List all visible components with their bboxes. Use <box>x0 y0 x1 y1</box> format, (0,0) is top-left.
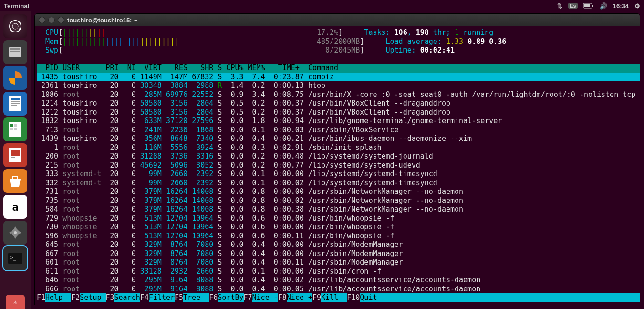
process-row[interactable]: 611 root 20 0 33128 2932 2660 S 0.0 0.1 … <box>37 267 640 276</box>
svg-point-26 <box>14 231 17 234</box>
calc-icon[interactable] <box>3 117 27 141</box>
svg-rect-1 <box>584 4 590 7</box>
process-row[interactable]: 713 root 20 0 241M 2236 1868 S 0.0 0.1 0… <box>37 126 640 135</box>
process-row-selected[interactable]: 1435 toushiro 20 0 1149M 147M 67832 S 3.… <box>37 73 640 82</box>
svg-rect-24 <box>11 157 15 158</box>
svg-rect-16 <box>11 105 17 106</box>
settings-icon[interactable] <box>3 221 27 245</box>
svg-rect-21 <box>14 128 17 130</box>
menu-bar: Terminal ⇅ Es 🔊 16:34 ⚙ <box>0 0 644 11</box>
dash-icon[interactable] <box>3 14 27 38</box>
process-row[interactable]: 729 whoopsie 20 0 513M 12704 10964 S 0.0… <box>37 214 640 223</box>
svg-rect-19 <box>14 124 17 127</box>
svg-point-7 <box>10 28 11 30</box>
terminal-output[interactable]: CPU[|||||||||| 17.2%] Tasks: 106, 198 th… <box>35 26 640 305</box>
files-icon[interactable] <box>3 40 27 64</box>
svg-rect-2 <box>592 5 593 7</box>
svg-rect-14 <box>11 101 20 102</box>
unity-launcher: a >_ ⚠ <box>0 11 31 309</box>
svg-point-4 <box>12 23 18 29</box>
svg-point-3 <box>10 21 21 32</box>
process-row[interactable]: 645 root 20 0 329M 8764 7080 S 0.0 0.4 0… <box>37 240 640 249</box>
writer-icon[interactable] <box>3 92 27 116</box>
terminal-icon[interactable]: >_ <box>3 246 27 270</box>
minimize-icon[interactable] <box>48 17 55 23</box>
svg-rect-18 <box>10 124 13 127</box>
process-row[interactable]: 584 root 20 0 379M 16264 14008 S 0.0 0.8… <box>37 205 640 214</box>
process-row[interactable]: 1214 toushiro 20 0 50580 3156 2804 S 0.5… <box>37 99 640 108</box>
process-row[interactable]: 730 whoopsie 20 0 513M 12704 10964 S 0.0… <box>37 223 640 232</box>
process-row[interactable]: 1212 toushiro 20 0 50580 3156 2804 S 0.5… <box>37 108 640 117</box>
process-row[interactable]: 667 root 20 0 329M 8764 7080 S 0.0 0.4 0… <box>37 249 640 258</box>
svg-rect-20 <box>10 128 13 130</box>
process-row[interactable]: 200 root 20 0 31288 3736 3316 S 0.0 0.2 … <box>37 152 640 161</box>
process-row[interactable]: 215 root 20 0 45692 5096 3052 S 0.0 0.2 … <box>37 161 640 170</box>
process-row[interactable]: 601 root 20 0 329M 8764 7080 S 0.0 0.4 0… <box>37 258 640 267</box>
apport-icon[interactable]: ⚠ <box>6 295 25 309</box>
window-title: toushiro@toushiro15: ~ <box>67 17 137 24</box>
svg-rect-13 <box>11 98 20 100</box>
firefox-icon[interactable] <box>3 66 27 90</box>
app-title: Terminal <box>4 2 557 10</box>
close-icon[interactable] <box>39 17 45 23</box>
svg-rect-15 <box>11 103 20 104</box>
process-row[interactable]: 735 root 20 0 379M 16264 14008 S 0.0 0.8… <box>37 196 640 205</box>
maximize-icon[interactable] <box>58 17 64 23</box>
battery-icon[interactable] <box>583 3 594 9</box>
svg-point-6 <box>19 28 21 30</box>
column-headers[interactable]: PID USER PRI NI VIRT RES SHR S CPU% MEM%… <box>37 64 640 73</box>
process-row[interactable]: 1439 toushiro 20 0 356M 8648 7340 S 0.0 … <box>37 134 640 143</box>
process-row[interactable]: 596 whoopsie 20 0 513M 12704 10964 S 0.0… <box>37 232 640 241</box>
impress-icon[interactable] <box>3 143 27 167</box>
process-row[interactable]: 332 systemd-t 20 0 99M 2660 2392 S 0.0 0… <box>37 179 640 188</box>
svg-rect-23 <box>11 150 20 156</box>
process-row[interactable]: 1086 root 20 0 285M 69976 22552 S 0.9 3.… <box>37 90 640 99</box>
process-row[interactable]: 1832 toushiro 20 0 633M 37120 27596 S 0.… <box>37 117 640 126</box>
network-icon[interactable]: ⇅ <box>557 2 562 10</box>
volume-icon[interactable]: 🔊 <box>600 2 607 10</box>
process-row[interactable]: 646 root 20 0 295M 9164 8088 S 0.0 0.4 0… <box>37 276 640 285</box>
svg-text:>_: >_ <box>10 255 17 261</box>
svg-rect-9 <box>10 48 20 50</box>
software-icon[interactable] <box>3 169 27 193</box>
process-row[interactable]: 1 root 20 0 116M 5556 3924 S 0.0 0.3 0:0… <box>37 143 640 152</box>
amazon-icon[interactable]: a <box>3 195 27 219</box>
function-key-bar[interactable]: F1Help F2Setup F3SearchF4FilterF5Tree F6… <box>37 293 640 302</box>
process-row[interactable]: 731 root 20 0 379M 16264 14008 S 0.0 0.8… <box>37 187 640 196</box>
process-row[interactable]: 666 root 20 0 295M 9164 8088 S 0.0 0.4 0… <box>37 285 640 294</box>
svg-point-5 <box>14 20 16 21</box>
svg-rect-10 <box>10 51 20 52</box>
window-titlebar[interactable]: toushiro@toushiro15: ~ <box>35 14 640 26</box>
clock[interactable]: 16:34 <box>613 2 629 10</box>
language-indicator[interactable]: Es <box>568 3 577 9</box>
gear-icon[interactable]: ⚙ <box>634 2 640 10</box>
terminal-window: toushiro@toushiro15: ~ CPU[|||||||||| 17… <box>34 13 640 305</box>
process-row[interactable]: 2361 toushiro 20 0 30348 3884 2988 R 1.4… <box>37 81 640 90</box>
process-row[interactable]: 333 systemd-t 20 0 99M 2660 2392 S 0.0 0… <box>37 170 640 179</box>
